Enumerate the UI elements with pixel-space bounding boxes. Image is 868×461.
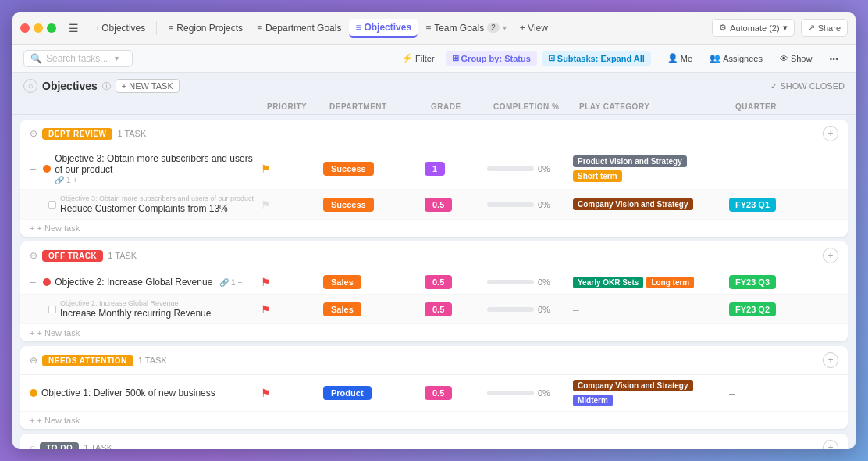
show-label: Show	[791, 54, 813, 63]
expand-badge-obj2[interactable]: 🔗 1 +	[219, 278, 242, 287]
task-label-sub: Reduce Customer Complaints from 13%	[60, 203, 254, 214]
more-button[interactable]: •••	[823, 52, 845, 66]
filter-button[interactable]: ⚡ Filter	[396, 51, 440, 66]
new-task-off-track[interactable]: + + New task	[20, 324, 848, 341]
task-dot-sub	[48, 201, 56, 209]
automate-button[interactable]: ⚙ Automate (2) ▾	[712, 19, 795, 37]
task-label-obj3: Objective 3: Obtain more subscribers and…	[55, 153, 261, 175]
me-icon: 👤	[667, 53, 678, 63]
task-name-obj2[interactable]: − Objective 2: Increase Global Revenue 🔗…	[30, 276, 261, 288]
tab-objectives-home[interactable]: ○ Objectives	[87, 20, 151, 37]
automate-icon: ⚙	[719, 23, 727, 33]
tab-region-projects[interactable]: ≡ Region Projects	[162, 20, 249, 37]
team-goals-icon: ≡	[425, 23, 431, 34]
assignees-button[interactable]: 👥 Assignees	[703, 51, 769, 66]
title-bar-right: ⚙ Automate (2) ▾ ↗ Share	[712, 19, 848, 37]
group-by-button[interactable]: ⊞ Group by: Status	[446, 51, 537, 66]
task-name-obj2-sub[interactable]: Objective 2: Increase Global Revenue Inc…	[30, 299, 261, 319]
new-task-needs-attention[interactable]: + + New task	[20, 412, 848, 429]
tab-objectives-label: Objectives	[364, 22, 411, 33]
subtasks-button[interactable]: ⊡ Subtasks: Expand All	[542, 51, 651, 66]
info-icon[interactable]: ⓘ	[102, 80, 111, 92]
search-placeholder: Search tasks...	[46, 53, 108, 64]
collapse-todo-icon[interactable]: ○	[30, 442, 35, 449]
collapse-off-track-icon[interactable]: ⊖	[30, 250, 37, 261]
play-tag-company-obj1: Company Vision and Strategy	[573, 380, 693, 391]
task-dot-obj1	[30, 389, 37, 397]
col-completion: COMPLETION %	[493, 102, 579, 111]
task-expand-badge[interactable]: 🔗 1 +	[55, 176, 261, 184]
search-chevron[interactable]: ▾	[115, 54, 119, 63]
expand-obj3-icon[interactable]: −	[30, 163, 36, 175]
show-button[interactable]: 👁 Show	[774, 52, 819, 66]
task-row-sub: Objective 3: Obtain more subscribers and…	[20, 190, 848, 220]
menu-icon[interactable]: ☰	[69, 22, 79, 34]
share-button[interactable]: ↗ Share	[801, 19, 848, 37]
task-name-obj3[interactable]: − Objective 3: Obtain more subscribers a…	[30, 153, 261, 184]
show-closed-button[interactable]: ✓ SHOW CLOSED	[770, 81, 845, 91]
dept-pill-obj1: Product	[323, 386, 372, 400]
completion-obj2-sub: 0%	[487, 305, 573, 314]
tab-department-goals[interactable]: ≡ Department Goals	[251, 20, 347, 37]
team-goals-chevron[interactable]: ▾	[503, 23, 507, 32]
tab-objectives-home-label: Objectives	[101, 23, 145, 34]
task-dot-obj3	[43, 165, 51, 173]
dept-pill-sub: Success	[323, 198, 374, 212]
new-task-icon-off: +	[30, 328, 34, 338]
col-task	[23, 102, 267, 111]
collapse-all-button[interactable]: ○	[23, 79, 37, 93]
quarter-sub: FY23 Q1	[729, 198, 815, 212]
region-projects-icon: ≡	[168, 23, 173, 34]
task-name-obj3-sub[interactable]: Objective 3: Obtain more subscribers and…	[30, 195, 261, 214]
completion-pct-obj2: 0%	[538, 277, 550, 287]
tab-department-goals-label: Department Goals	[265, 23, 341, 34]
collapse-dept-review-icon[interactable]: ⊖	[30, 128, 37, 139]
add-task-dept-review[interactable]: +	[823, 126, 838, 141]
dept-obj2: Sales	[323, 277, 425, 288]
new-task-dept-review[interactable]: + + New task	[20, 220, 848, 237]
add-task-off-track[interactable]: +	[823, 248, 838, 263]
me-button[interactable]: 👤 Me	[661, 51, 699, 66]
play-tag-midterm-obj1: Midterm	[573, 395, 613, 406]
minimize-button[interactable]	[34, 23, 43, 33]
expand-obj2-icon[interactable]: −	[30, 276, 36, 288]
play-tag-short-term: Short term	[573, 170, 622, 182]
group-todo-header: ○ TO DO 1 TASK +	[20, 434, 848, 449]
add-task-todo[interactable]: +	[823, 440, 838, 449]
tab-objectives[interactable]: ≡ Objectives	[349, 19, 418, 38]
priority-flag-sub: ⚑	[261, 198, 323, 211]
new-task-icon-na: +	[30, 416, 34, 425]
dept-sub: Success	[323, 199, 425, 210]
new-task-label-off: + New task	[37, 328, 80, 338]
search-box[interactable]: 🔍 Search tasks... ▾	[23, 50, 133, 67]
task-name-wrapper-obj3: Objective 3: Obtain more subscribers and…	[55, 153, 261, 184]
tab-team-goals[interactable]: ≡ Team Goals 2 ▾	[419, 20, 513, 37]
grade-pill-obj1: 0.5	[425, 386, 452, 400]
dept-pill-obj2: Sales	[323, 275, 361, 289]
add-view-button[interactable]: + View	[514, 20, 553, 36]
close-button[interactable]	[20, 23, 30, 33]
maximize-button[interactable]	[47, 23, 56, 33]
task-row-obj2-sub: Objective 2: Increase Global Revenue Inc…	[20, 295, 848, 324]
toolbar: 🔍 Search tasks... ▾ ⚡ Filter ⊞ Group by:…	[12, 45, 856, 73]
task-name-obj1[interactable]: Objective 1: Deliver 500k of new busines…	[30, 388, 261, 398]
automate-chevron[interactable]: ▾	[783, 23, 788, 33]
task-dot-obj2-sub	[48, 306, 56, 313]
completion-pct-obj2-sub: 0%	[538, 305, 550, 314]
add-task-needs-attention[interactable]: +	[823, 352, 838, 368]
col-department: DEPARTMENT	[329, 102, 431, 111]
quarter-pill-sub: FY23 Q1	[729, 198, 776, 212]
column-headers: PRIORITY DEPARTMENT GRADE COMPLETION % P…	[12, 99, 856, 115]
team-goals-badge: 2	[487, 23, 500, 33]
new-task-top-button[interactable]: + NEW TASK	[116, 79, 180, 93]
completion-pct-obj3: 0%	[538, 164, 550, 173]
play-cat-obj2: Yearly OKR Sets Long term	[573, 277, 729, 288]
dept-pill-obj3: Success	[323, 162, 374, 176]
play-tag-long-term: Long term	[646, 277, 694, 288]
collapse-needs-attention-icon[interactable]: ⊖	[30, 355, 37, 366]
quarter-pill-obj2: FY23 Q3	[729, 275, 776, 289]
bar-track-obj1	[487, 391, 534, 395]
quarter-obj2-sub: FY23 Q2	[729, 302, 815, 316]
status-badge-off-track: OFF TRACK	[42, 250, 103, 262]
group-dept-review-header: ⊖ DEPT REVIEW 1 TASK +	[20, 120, 848, 148]
